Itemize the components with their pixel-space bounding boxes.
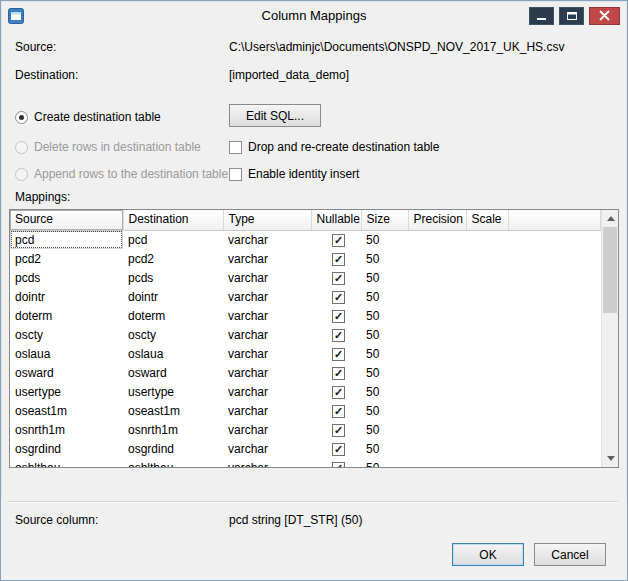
type-cell[interactable]: varchar [223, 382, 311, 401]
size-cell[interactable]: 50 [361, 268, 408, 287]
source-cell[interactable]: oslaua [10, 344, 123, 363]
checkbox-checked-icon[interactable]: ✓ [332, 253, 345, 266]
nullable-checkbox[interactable]: ✓ [311, 287, 361, 306]
scale-cell[interactable] [466, 382, 508, 401]
source-cell[interactable]: pcd [10, 230, 123, 249]
source-cell[interactable]: osward [10, 363, 123, 382]
type-cell[interactable]: varchar [223, 363, 311, 382]
scale-cell[interactable] [466, 325, 508, 344]
size-cell[interactable]: 50 [361, 306, 408, 325]
checkbox-drop-recreate[interactable]: Drop and re-create destination table [229, 140, 439, 154]
scale-cell[interactable] [466, 249, 508, 268]
nullable-checkbox[interactable]: ✓ [311, 325, 361, 344]
size-cell[interactable]: 50 [361, 458, 408, 468]
size-cell[interactable]: 50 [361, 230, 408, 249]
checkbox-checked-icon[interactable]: ✓ [332, 329, 345, 342]
precision-cell[interactable] [408, 439, 466, 458]
checkbox-checked-icon[interactable]: ✓ [332, 310, 345, 323]
checkbox-checked-icon[interactable]: ✓ [332, 367, 345, 380]
nullable-checkbox[interactable]: ✓ [311, 382, 361, 401]
type-cell[interactable]: varchar [223, 344, 311, 363]
radio-create-label[interactable]: Create destination table [34, 110, 161, 124]
checkbox-drop-label[interactable]: Drop and re-create destination table [248, 140, 439, 154]
checkbox-checked-icon[interactable]: ✓ [332, 234, 345, 247]
cancel-button[interactable]: Cancel [534, 543, 606, 566]
scroll-down-button[interactable] [602, 450, 619, 467]
checkbox-checked-icon[interactable]: ✓ [332, 386, 345, 399]
destination-cell[interactable]: pcd2 [123, 249, 223, 268]
nullable-checkbox[interactable]: ✓ [311, 439, 361, 458]
precision-cell[interactable] [408, 249, 466, 268]
precision-cell[interactable] [408, 230, 466, 249]
nullable-checkbox[interactable]: ✓ [311, 344, 361, 363]
precision-cell[interactable] [408, 325, 466, 344]
checkbox-checked-icon[interactable]: ✓ [332, 291, 345, 304]
size-cell[interactable]: 50 [361, 439, 408, 458]
source-cell[interactable]: oseast1m [10, 401, 123, 420]
type-cell[interactable]: varchar [223, 325, 311, 344]
vertical-scrollbar[interactable] [601, 210, 618, 467]
checkbox-unchecked-icon[interactable] [229, 168, 242, 181]
type-cell[interactable]: varchar [223, 401, 311, 420]
size-cell[interactable]: 50 [361, 363, 408, 382]
ok-button[interactable]: OK [452, 543, 524, 566]
scale-cell[interactable] [466, 458, 508, 468]
size-cell[interactable]: 50 [361, 420, 408, 439]
maximize-button[interactable] [559, 7, 584, 25]
close-button[interactable] [589, 7, 620, 25]
checkbox-checked-icon[interactable]: ✓ [332, 424, 345, 437]
scale-cell[interactable] [466, 401, 508, 420]
destination-cell[interactable]: usertype [123, 382, 223, 401]
radio-create-destination-table[interactable]: Create destination table [15, 110, 229, 124]
precision-cell[interactable] [408, 268, 466, 287]
type-cell[interactable]: varchar [223, 230, 311, 249]
scale-cell[interactable] [466, 306, 508, 325]
precision-cell[interactable] [408, 344, 466, 363]
nullable-checkbox[interactable]: ✓ [311, 249, 361, 268]
scale-cell[interactable] [466, 363, 508, 382]
scale-cell[interactable] [466, 439, 508, 458]
checkbox-checked-icon[interactable]: ✓ [332, 405, 345, 418]
source-cell[interactable]: doterm [10, 306, 123, 325]
column-header-type[interactable]: Type [223, 210, 311, 230]
destination-cell[interactable]: pcds [123, 268, 223, 287]
precision-cell[interactable] [408, 420, 466, 439]
column-header-size[interactable]: Size [361, 210, 408, 230]
source-cell[interactable]: oscty [10, 325, 123, 344]
minimize-button[interactable] [529, 7, 554, 25]
checkbox-checked-icon[interactable]: ✓ [332, 462, 345, 468]
size-cell[interactable]: 50 [361, 382, 408, 401]
scale-cell[interactable] [466, 287, 508, 306]
scrollbar-thumb[interactable] [603, 227, 617, 313]
source-cell[interactable]: pcds [10, 268, 123, 287]
checkbox-identity-insert[interactable]: Enable identity insert [229, 167, 359, 181]
size-cell[interactable]: 50 [361, 401, 408, 420]
source-cell[interactable]: oshlthau [10, 458, 123, 468]
type-cell[interactable]: varchar [223, 287, 311, 306]
type-cell[interactable]: varchar [223, 306, 311, 325]
checkbox-unchecked-icon[interactable] [229, 141, 242, 154]
type-cell[interactable]: varchar [223, 249, 311, 268]
scroll-up-button[interactable] [602, 210, 619, 227]
edit-sql-button[interactable]: Edit SQL... [229, 104, 321, 127]
radio-selected-icon[interactable] [15, 111, 28, 124]
source-cell[interactable]: osgrdind [10, 439, 123, 458]
scale-cell[interactable] [466, 230, 508, 249]
nullable-checkbox[interactable]: ✓ [311, 420, 361, 439]
scale-cell[interactable] [466, 420, 508, 439]
size-cell[interactable]: 50 [361, 325, 408, 344]
scale-cell[interactable] [466, 344, 508, 363]
column-header-nullable[interactable]: Nullable [311, 210, 361, 230]
scale-cell[interactable] [466, 268, 508, 287]
type-cell[interactable]: varchar [223, 420, 311, 439]
nullable-checkbox[interactable]: ✓ [311, 363, 361, 382]
source-cell[interactable]: pcd2 [10, 249, 123, 268]
nullable-checkbox[interactable]: ✓ [311, 306, 361, 325]
precision-cell[interactable] [408, 401, 466, 420]
destination-cell[interactable]: oseast1m [123, 401, 223, 420]
type-cell[interactable]: varchar [223, 268, 311, 287]
precision-cell[interactable] [408, 287, 466, 306]
checkbox-checked-icon[interactable]: ✓ [332, 348, 345, 361]
size-cell[interactable]: 50 [361, 287, 408, 306]
column-header-precision[interactable]: Precision [408, 210, 466, 230]
